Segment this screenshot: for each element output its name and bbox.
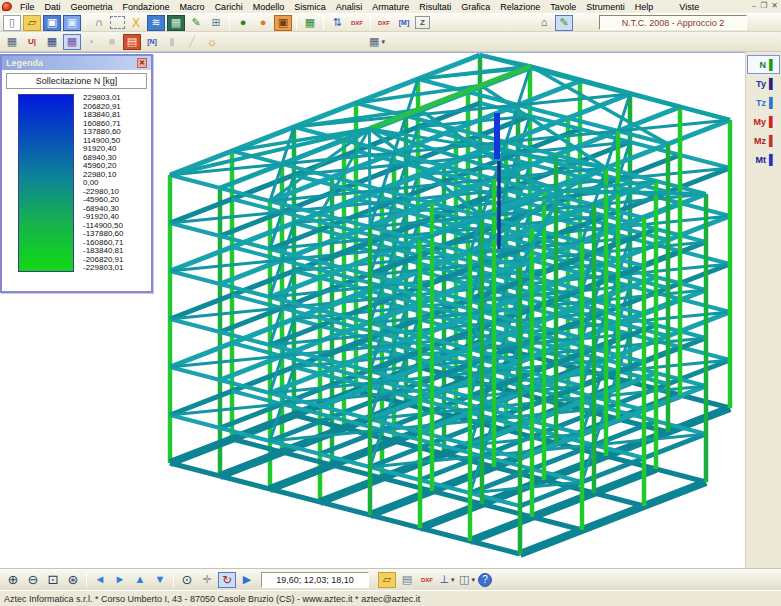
play-animation-icon[interactable]: ▶ [238, 572, 256, 588]
plinth-icon[interactable]: ▣ [274, 15, 292, 31]
menu-item-modello[interactable]: Modello [248, 2, 290, 12]
menu-item-file[interactable]: File [15, 2, 40, 12]
views-dropdown-icon[interactable]: ▦▾ [368, 34, 386, 50]
result-button-n[interactable]: N▌ [747, 55, 780, 74]
help-icon[interactable]: ? [478, 573, 492, 587]
zoom-window-icon-glyph: ⊡ [48, 573, 59, 586]
coordinates-display[interactable]: 19,60; 12,03; 18,10 [261, 572, 369, 588]
selection-icon[interactable] [110, 16, 125, 29]
axes-icon[interactable]: ⊥▾ [438, 572, 456, 588]
frame-member [480, 55, 531, 66]
zoom-extents-icon-glyph: ⊛ [68, 573, 79, 586]
menu-item-risultati[interactable]: Risultati [414, 2, 456, 12]
menu-item-analisi[interactable]: Analisi [331, 2, 368, 12]
render-light-icon[interactable]: ☼ [203, 34, 221, 50]
menu-item-sismica[interactable]: Sismica [289, 2, 331, 12]
pan-right-icon-glyph: ► [115, 574, 126, 585]
zoom-in-icon[interactable]: ⊕ [4, 572, 22, 588]
dxf-import-icon[interactable]: DXF [348, 15, 366, 31]
dropdown-caret-icon[interactable]: ▾ [471, 576, 475, 584]
results-panel: N▌Ty▌Tz▌My▌Mz▌Mt▌ [745, 52, 781, 568]
hourglass-icon[interactable]: X [127, 15, 145, 31]
view-cube-icon-glyph: ◫ [459, 574, 469, 585]
deck-slab-icon[interactable]: ≋ [147, 15, 165, 31]
zoom-out-icon[interactable]: ⊖ [24, 572, 42, 588]
result-button-label: N [759, 60, 766, 70]
diagram-n-icon-glyph: [N] [147, 38, 157, 45]
restore-button[interactable]: ❐ [760, 1, 767, 11]
pan-down-icon[interactable]: ▼ [151, 572, 169, 588]
open-results-icon[interactable]: ▱ [378, 572, 396, 588]
dxf-save-icon[interactable]: DXF [418, 572, 436, 588]
dxf-export-icon[interactable]: DXF [375, 15, 393, 31]
menu-item-strumenti[interactable]: Strumenti [581, 2, 630, 12]
result-button-ty[interactable]: Ty▌ [747, 74, 780, 93]
diagram-n-icon[interactable]: [N] [143, 34, 161, 50]
slab-grid-icon[interactable]: ▦ [301, 15, 319, 31]
menu-item-armature[interactable]: Armature [367, 2, 414, 12]
open-file-icon[interactable]: ▱ [23, 15, 41, 31]
result-button-tz[interactable]: Tz▌ [747, 93, 780, 112]
window-controls: –❐✕ [752, 1, 778, 11]
pan-hand-icon[interactable]: ✛ [198, 572, 216, 588]
pan-right-icon[interactable]: ► [111, 572, 129, 588]
result-button-mz[interactable]: Mz▌ [747, 131, 780, 150]
frame-results-icon[interactable]: ▦ [63, 34, 81, 50]
zoom-extents-icon[interactable]: ⊛ [64, 572, 82, 588]
green-plate-icon[interactable]: ● [234, 15, 252, 31]
toolbar-main: ▯▱▣▣∩X≋▦✎⊞●●▣▦⇅DXFDXF[M]Z⌂✎N.T.C. 2008 -… [0, 13, 781, 32]
orange-node-icon[interactable]: ● [254, 15, 272, 31]
zoom-window-icon[interactable]: ⊡ [44, 572, 62, 588]
section-table-icon[interactable]: Z [415, 16, 430, 29]
frame-view-icon[interactable]: ⌂ [535, 15, 553, 31]
menu-item-relazione[interactable]: Relazione [495, 2, 545, 12]
menu-bar: FileDatiGeometriaFondazioneMacroCarichiM… [0, 0, 781, 13]
norm-codes-icon[interactable]: ∩ [90, 15, 108, 31]
deformed-color-icon[interactable]: ▤ [123, 34, 141, 50]
diagram-shape-icon: ▌ [769, 79, 776, 89]
menu-item-dati[interactable]: Dati [40, 2, 66, 12]
menu-item-grafica[interactable]: Grafica [456, 2, 495, 12]
toolbar-separator [173, 573, 174, 587]
menu-item-help[interactable]: Help [630, 2, 659, 12]
result-button-label: Mz [754, 136, 766, 146]
pan-up-icon[interactable]: ▲ [131, 572, 149, 588]
minimize-button[interactable]: – [752, 1, 756, 11]
menu-item-carichi[interactable]: Carichi [210, 2, 248, 12]
pencil-draw-icon[interactable]: ✎ [187, 15, 205, 31]
legend-title-bar[interactable]: Legenda ✕ [2, 56, 151, 70]
zoom-dynamic-icon[interactable]: ⊙ [178, 572, 196, 588]
dropdown-caret-icon[interactable]: ▾ [451, 576, 455, 584]
dropdown-caret-icon[interactable]: ▾ [381, 38, 385, 46]
rotate-orbit-icon[interactable]: ↻ [218, 572, 236, 588]
close-button[interactable]: ✕ [771, 1, 778, 11]
menu-item-fondazione[interactable]: Fondazione [118, 2, 175, 12]
frame-3d-icon[interactable]: ▦ [3, 34, 21, 50]
menu-item-viste[interactable]: Viste [674, 2, 704, 12]
menu-item-geometria[interactable]: Geometria [66, 2, 118, 12]
frame-numbering-icon[interactable]: ▦ [43, 34, 61, 50]
save-icon[interactable]: ▣ [43, 15, 61, 31]
legend-value: -229803,01 [83, 264, 123, 273]
displacements-icon[interactable]: U| [23, 34, 41, 50]
diagram-m-icon[interactable]: [M] [395, 15, 413, 31]
result-button-my[interactable]: My▌ [747, 112, 780, 131]
report-icon[interactable]: ▤ [398, 572, 416, 588]
legend-close-icon[interactable]: ✕ [137, 58, 147, 68]
result-button-mt[interactable]: Mt▌ [747, 150, 780, 169]
mesh-grid-icon[interactable]: ⊞ [207, 15, 225, 31]
viewport[interactable]: Legenda ✕ Sollecitazione N [kg] 229803,0… [0, 52, 745, 568]
frame-view-icon-glyph: ⌂ [541, 17, 548, 28]
dxf-export-icon-glyph: DXF [378, 20, 390, 26]
new-document-icon[interactable]: ▯ [3, 15, 21, 31]
mesh-grid-icon-glyph: ⊞ [211, 17, 220, 28]
render-colors-icon-glyph: ✎ [559, 17, 568, 28]
copy-icon[interactable]: ▣ [63, 15, 81, 31]
pan-left-icon[interactable]: ◄ [91, 572, 109, 588]
menu-item-macro[interactable]: Macro [175, 2, 210, 12]
import-export-icon[interactable]: ⇅ [328, 15, 346, 31]
wall-panel-icon[interactable]: ▦ [167, 15, 185, 31]
view-cube-icon[interactable]: ◫▾ [458, 572, 476, 588]
menu-item-tavole[interactable]: Tavole [545, 2, 581, 12]
render-colors-icon[interactable]: ✎ [555, 15, 573, 31]
